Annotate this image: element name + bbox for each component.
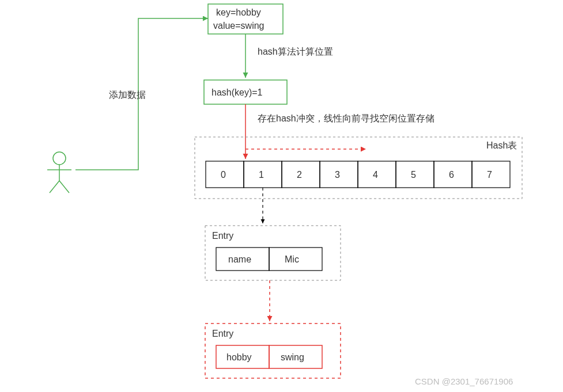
label-hash-calc: hash算法计算位置 [258,47,333,56]
entry1-value: Mic [285,254,299,264]
svg-text:0: 0 [221,170,226,180]
svg-point-0 [53,152,66,165]
kv-line1: key=hobby [216,7,261,17]
svg-text:2: 2 [297,170,302,180]
entry2-value: swing [281,352,304,362]
svg-text:3: 3 [335,170,340,180]
svg-text:7: 7 [487,170,492,180]
entry1-key: name [228,254,251,264]
label-collision: 存在hash冲突，线性向前寻找空闲位置存储 [258,113,434,123]
svg-text:1: 1 [259,170,264,180]
svg-text:5: 5 [411,170,416,180]
watermark: CSDN @2301_76671906 [415,376,513,386]
entry2-title: Entry [212,329,233,338]
svg-line-3 [50,181,59,193]
label-hash-table: Hash表 [486,140,517,150]
kv-line2: value=swing [213,21,265,31]
label-add-data: 添加数据 [109,90,146,100]
svg-text:6: 6 [449,170,454,180]
hash-box-text: hash(key)=1 [211,87,263,97]
svg-line-4 [59,181,69,193]
user-icon [47,152,71,193]
entry1-title: Entry [212,231,233,241]
svg-text:4: 4 [373,170,378,180]
entry2-key: hobby [226,352,252,362]
hash-table-cells: 0 1 2 3 4 5 6 7 [206,161,510,188]
